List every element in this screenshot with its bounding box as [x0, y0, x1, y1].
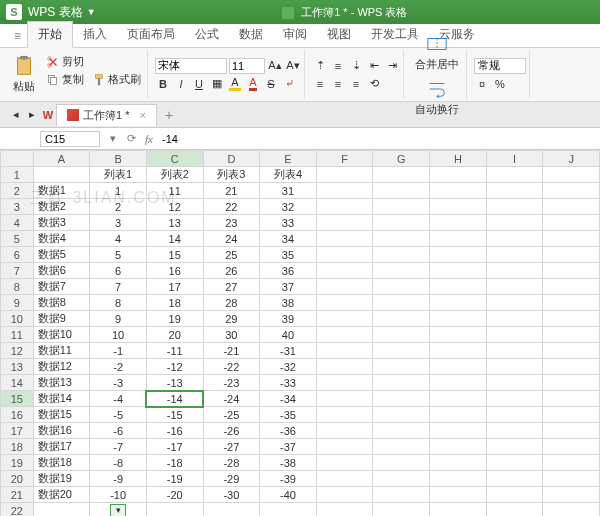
cell[interactable]: [316, 391, 373, 407]
cell[interactable]: 列表3: [203, 167, 260, 183]
cell[interactable]: 14: [146, 231, 203, 247]
row-header[interactable]: 1: [1, 167, 34, 183]
cell[interactable]: -4: [90, 391, 147, 407]
cell[interactable]: -10: [90, 487, 147, 503]
doc-tab-prev-icon[interactable]: ◂: [8, 107, 24, 123]
document-tab[interactable]: 工作簿1 * ×: [56, 104, 157, 126]
row-header[interactable]: 13: [1, 359, 34, 375]
cell[interactable]: [486, 423, 543, 439]
cell[interactable]: [543, 375, 600, 391]
percent-icon[interactable]: %: [492, 76, 508, 92]
cell[interactable]: 36: [260, 263, 317, 279]
cell[interactable]: [430, 183, 487, 199]
close-tab-icon[interactable]: ×: [139, 109, 145, 121]
cell[interactable]: -13: [146, 375, 203, 391]
col-header[interactable]: B: [90, 151, 147, 167]
cell[interactable]: [373, 167, 430, 183]
font-name-select[interactable]: [155, 58, 227, 74]
cell[interactable]: [430, 359, 487, 375]
add-tab-button[interactable]: +: [165, 107, 173, 123]
cell[interactable]: 24: [203, 231, 260, 247]
cell[interactable]: -18: [146, 455, 203, 471]
cell[interactable]: [373, 199, 430, 215]
cell[interactable]: [430, 455, 487, 471]
cell[interactable]: [486, 407, 543, 423]
cell[interactable]: [316, 407, 373, 423]
cell[interactable]: [373, 279, 430, 295]
cell[interactable]: 15: [146, 247, 203, 263]
cell[interactable]: [316, 167, 373, 183]
cell[interactable]: 32: [260, 199, 317, 215]
cell[interactable]: [146, 503, 203, 517]
cell[interactable]: [373, 343, 430, 359]
ribbon-tab-insert[interactable]: 插入: [73, 22, 117, 47]
doc-tab-w-icon[interactable]: W: [40, 107, 56, 123]
cell[interactable]: 数据1: [33, 183, 90, 199]
cell[interactable]: -7: [90, 439, 147, 455]
row-header[interactable]: 6: [1, 247, 34, 263]
cell[interactable]: -24: [203, 391, 260, 407]
wrap-text-button[interactable]: ⤶: [281, 76, 297, 92]
cell[interactable]: [486, 391, 543, 407]
cell[interactable]: [486, 359, 543, 375]
cell[interactable]: -2: [90, 359, 147, 375]
cell[interactable]: [373, 311, 430, 327]
cell[interactable]: [430, 279, 487, 295]
cell[interactable]: [543, 311, 600, 327]
cell[interactable]: [316, 263, 373, 279]
currency-icon[interactable]: ¤: [474, 76, 490, 92]
copy-button[interactable]: 复制: [43, 71, 87, 88]
cell[interactable]: 数据7: [33, 279, 90, 295]
cell[interactable]: [543, 199, 600, 215]
cell[interactable]: [316, 487, 373, 503]
cell[interactable]: 数据15: [33, 407, 90, 423]
cell[interactable]: [430, 263, 487, 279]
strike-button[interactable]: S: [263, 76, 279, 92]
cell[interactable]: [486, 167, 543, 183]
cell[interactable]: -8: [90, 455, 147, 471]
cell[interactable]: -21: [203, 343, 260, 359]
cell[interactable]: [486, 279, 543, 295]
cell[interactable]: [543, 503, 600, 517]
cell[interactable]: -3: [90, 375, 147, 391]
cell[interactable]: [430, 199, 487, 215]
cell[interactable]: [543, 455, 600, 471]
cell[interactable]: -15: [146, 407, 203, 423]
orientation-icon[interactable]: ⟲: [366, 76, 382, 92]
underline-button[interactable]: U: [191, 76, 207, 92]
bold-button[interactable]: B: [155, 76, 171, 92]
cell[interactable]: [486, 343, 543, 359]
cell[interactable]: [486, 199, 543, 215]
cell[interactable]: [486, 327, 543, 343]
cell[interactable]: -39: [260, 471, 317, 487]
cell[interactable]: [430, 375, 487, 391]
cell[interactable]: 7: [90, 279, 147, 295]
cell[interactable]: [486, 471, 543, 487]
cell[interactable]: [373, 439, 430, 455]
cell[interactable]: [486, 487, 543, 503]
cell[interactable]: 21: [203, 183, 260, 199]
cell[interactable]: [430, 247, 487, 263]
align-center-icon[interactable]: ≡: [330, 76, 346, 92]
row-header[interactable]: 11: [1, 327, 34, 343]
row-header[interactable]: 22: [1, 503, 34, 517]
cell[interactable]: 数据6: [33, 263, 90, 279]
cell[interactable]: 27: [203, 279, 260, 295]
cell[interactable]: [373, 391, 430, 407]
cell[interactable]: 39: [260, 311, 317, 327]
cell[interactable]: [486, 215, 543, 231]
row-header[interactable]: 21: [1, 487, 34, 503]
cell[interactable]: [543, 439, 600, 455]
cell[interactable]: [316, 359, 373, 375]
cell[interactable]: [373, 327, 430, 343]
indent-right-icon[interactable]: ⇥: [384, 58, 400, 74]
cut-button[interactable]: 剪切: [43, 53, 144, 70]
cell[interactable]: [543, 231, 600, 247]
cell[interactable]: -31: [260, 343, 317, 359]
row-header[interactable]: 7: [1, 263, 34, 279]
cell[interactable]: -23: [203, 375, 260, 391]
cell[interactable]: ▾: [90, 503, 147, 517]
cell[interactable]: [316, 503, 373, 517]
cell[interactable]: 11: [146, 183, 203, 199]
col-header[interactable]: J: [543, 151, 600, 167]
